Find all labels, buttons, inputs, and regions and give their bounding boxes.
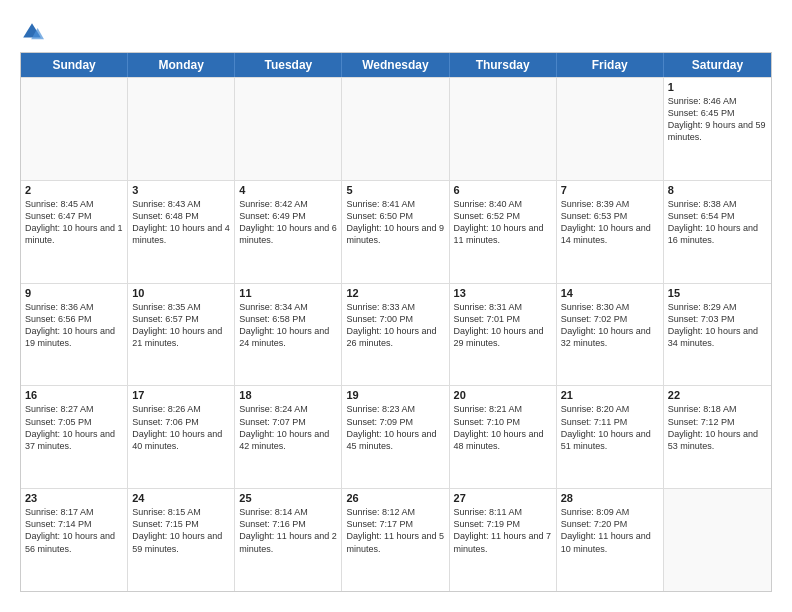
day-number: 21 <box>561 389 659 401</box>
day-info: Sunrise: 8:38 AM Sunset: 6:54 PM Dayligh… <box>668 198 767 247</box>
calendar-body: 1Sunrise: 8:46 AM Sunset: 6:45 PM Daylig… <box>21 77 771 591</box>
calendar-day-23: 23Sunrise: 8:17 AM Sunset: 7:14 PM Dayli… <box>21 489 128 591</box>
header-day-wednesday: Wednesday <box>342 53 449 77</box>
day-info: Sunrise: 8:45 AM Sunset: 6:47 PM Dayligh… <box>25 198 123 247</box>
day-number: 26 <box>346 492 444 504</box>
page: SundayMondayTuesdayWednesdayThursdayFrid… <box>0 0 792 612</box>
calendar-day-15: 15Sunrise: 8:29 AM Sunset: 7:03 PM Dayli… <box>664 284 771 386</box>
day-info: Sunrise: 8:34 AM Sunset: 6:58 PM Dayligh… <box>239 301 337 350</box>
calendar-day-24: 24Sunrise: 8:15 AM Sunset: 7:15 PM Dayli… <box>128 489 235 591</box>
day-number: 7 <box>561 184 659 196</box>
calendar-row-3: 16Sunrise: 8:27 AM Sunset: 7:05 PM Dayli… <box>21 385 771 488</box>
calendar-day-11: 11Sunrise: 8:34 AM Sunset: 6:58 PM Dayli… <box>235 284 342 386</box>
calendar-day-empty-0-1 <box>128 78 235 180</box>
day-number: 11 <box>239 287 337 299</box>
calendar-day-9: 9Sunrise: 8:36 AM Sunset: 6:56 PM Daylig… <box>21 284 128 386</box>
day-number: 4 <box>239 184 337 196</box>
day-info: Sunrise: 8:26 AM Sunset: 7:06 PM Dayligh… <box>132 403 230 452</box>
calendar-day-1: 1Sunrise: 8:46 AM Sunset: 6:45 PM Daylig… <box>664 78 771 180</box>
day-number: 28 <box>561 492 659 504</box>
calendar-day-28: 28Sunrise: 8:09 AM Sunset: 7:20 PM Dayli… <box>557 489 664 591</box>
day-number: 2 <box>25 184 123 196</box>
calendar-day-7: 7Sunrise: 8:39 AM Sunset: 6:53 PM Daylig… <box>557 181 664 283</box>
calendar-day-26: 26Sunrise: 8:12 AM Sunset: 7:17 PM Dayli… <box>342 489 449 591</box>
calendar-day-14: 14Sunrise: 8:30 AM Sunset: 7:02 PM Dayli… <box>557 284 664 386</box>
header <box>20 20 772 44</box>
header-day-monday: Monday <box>128 53 235 77</box>
calendar-day-empty-0-5 <box>557 78 664 180</box>
day-number: 18 <box>239 389 337 401</box>
day-number: 25 <box>239 492 337 504</box>
calendar-row-4: 23Sunrise: 8:17 AM Sunset: 7:14 PM Dayli… <box>21 488 771 591</box>
calendar-day-3: 3Sunrise: 8:43 AM Sunset: 6:48 PM Daylig… <box>128 181 235 283</box>
day-number: 1 <box>668 81 767 93</box>
day-number: 9 <box>25 287 123 299</box>
calendar-day-27: 27Sunrise: 8:11 AM Sunset: 7:19 PM Dayli… <box>450 489 557 591</box>
day-info: Sunrise: 8:11 AM Sunset: 7:19 PM Dayligh… <box>454 506 552 555</box>
calendar-day-17: 17Sunrise: 8:26 AM Sunset: 7:06 PM Dayli… <box>128 386 235 488</box>
day-info: Sunrise: 8:14 AM Sunset: 7:16 PM Dayligh… <box>239 506 337 555</box>
calendar-header: SundayMondayTuesdayWednesdayThursdayFrid… <box>21 53 771 77</box>
header-day-friday: Friday <box>557 53 664 77</box>
day-number: 15 <box>668 287 767 299</box>
calendar-day-12: 12Sunrise: 8:33 AM Sunset: 7:00 PM Dayli… <box>342 284 449 386</box>
header-day-saturday: Saturday <box>664 53 771 77</box>
header-day-sunday: Sunday <box>21 53 128 77</box>
calendar-day-8: 8Sunrise: 8:38 AM Sunset: 6:54 PM Daylig… <box>664 181 771 283</box>
calendar-day-19: 19Sunrise: 8:23 AM Sunset: 7:09 PM Dayli… <box>342 386 449 488</box>
logo-icon <box>20 20 44 44</box>
calendar-day-25: 25Sunrise: 8:14 AM Sunset: 7:16 PM Dayli… <box>235 489 342 591</box>
day-number: 5 <box>346 184 444 196</box>
day-number: 22 <box>668 389 767 401</box>
calendar-day-16: 16Sunrise: 8:27 AM Sunset: 7:05 PM Dayli… <box>21 386 128 488</box>
calendar-day-empty-0-2 <box>235 78 342 180</box>
day-number: 10 <box>132 287 230 299</box>
day-info: Sunrise: 8:20 AM Sunset: 7:11 PM Dayligh… <box>561 403 659 452</box>
calendar-day-4: 4Sunrise: 8:42 AM Sunset: 6:49 PM Daylig… <box>235 181 342 283</box>
day-number: 20 <box>454 389 552 401</box>
day-info: Sunrise: 8:33 AM Sunset: 7:00 PM Dayligh… <box>346 301 444 350</box>
calendar-day-empty-0-0 <box>21 78 128 180</box>
calendar-day-empty-4-6 <box>664 489 771 591</box>
day-info: Sunrise: 8:41 AM Sunset: 6:50 PM Dayligh… <box>346 198 444 247</box>
calendar-day-5: 5Sunrise: 8:41 AM Sunset: 6:50 PM Daylig… <box>342 181 449 283</box>
day-info: Sunrise: 8:21 AM Sunset: 7:10 PM Dayligh… <box>454 403 552 452</box>
calendar-row-1: 2Sunrise: 8:45 AM Sunset: 6:47 PM Daylig… <box>21 180 771 283</box>
day-number: 17 <box>132 389 230 401</box>
day-info: Sunrise: 8:29 AM Sunset: 7:03 PM Dayligh… <box>668 301 767 350</box>
day-info: Sunrise: 8:12 AM Sunset: 7:17 PM Dayligh… <box>346 506 444 555</box>
calendar-day-20: 20Sunrise: 8:21 AM Sunset: 7:10 PM Dayli… <box>450 386 557 488</box>
day-number: 23 <box>25 492 123 504</box>
day-number: 16 <box>25 389 123 401</box>
day-info: Sunrise: 8:36 AM Sunset: 6:56 PM Dayligh… <box>25 301 123 350</box>
day-info: Sunrise: 8:42 AM Sunset: 6:49 PM Dayligh… <box>239 198 337 247</box>
logo <box>20 20 48 44</box>
calendar-day-10: 10Sunrise: 8:35 AM Sunset: 6:57 PM Dayli… <box>128 284 235 386</box>
day-info: Sunrise: 8:17 AM Sunset: 7:14 PM Dayligh… <box>25 506 123 555</box>
header-day-tuesday: Tuesday <box>235 53 342 77</box>
day-info: Sunrise: 8:39 AM Sunset: 6:53 PM Dayligh… <box>561 198 659 247</box>
day-number: 13 <box>454 287 552 299</box>
calendar-day-2: 2Sunrise: 8:45 AM Sunset: 6:47 PM Daylig… <box>21 181 128 283</box>
calendar-day-22: 22Sunrise: 8:18 AM Sunset: 7:12 PM Dayli… <box>664 386 771 488</box>
calendar-day-empty-0-3 <box>342 78 449 180</box>
day-number: 27 <box>454 492 552 504</box>
day-info: Sunrise: 8:24 AM Sunset: 7:07 PM Dayligh… <box>239 403 337 452</box>
day-info: Sunrise: 8:43 AM Sunset: 6:48 PM Dayligh… <box>132 198 230 247</box>
day-info: Sunrise: 8:31 AM Sunset: 7:01 PM Dayligh… <box>454 301 552 350</box>
calendar: SundayMondayTuesdayWednesdayThursdayFrid… <box>20 52 772 592</box>
day-number: 24 <box>132 492 230 504</box>
day-number: 19 <box>346 389 444 401</box>
day-info: Sunrise: 8:30 AM Sunset: 7:02 PM Dayligh… <box>561 301 659 350</box>
calendar-day-13: 13Sunrise: 8:31 AM Sunset: 7:01 PM Dayli… <box>450 284 557 386</box>
day-info: Sunrise: 8:27 AM Sunset: 7:05 PM Dayligh… <box>25 403 123 452</box>
day-info: Sunrise: 8:40 AM Sunset: 6:52 PM Dayligh… <box>454 198 552 247</box>
day-number: 14 <box>561 287 659 299</box>
day-info: Sunrise: 8:46 AM Sunset: 6:45 PM Dayligh… <box>668 95 767 144</box>
day-info: Sunrise: 8:15 AM Sunset: 7:15 PM Dayligh… <box>132 506 230 555</box>
day-info: Sunrise: 8:35 AM Sunset: 6:57 PM Dayligh… <box>132 301 230 350</box>
calendar-day-21: 21Sunrise: 8:20 AM Sunset: 7:11 PM Dayli… <box>557 386 664 488</box>
day-info: Sunrise: 8:18 AM Sunset: 7:12 PM Dayligh… <box>668 403 767 452</box>
day-info: Sunrise: 8:09 AM Sunset: 7:20 PM Dayligh… <box>561 506 659 555</box>
day-number: 8 <box>668 184 767 196</box>
